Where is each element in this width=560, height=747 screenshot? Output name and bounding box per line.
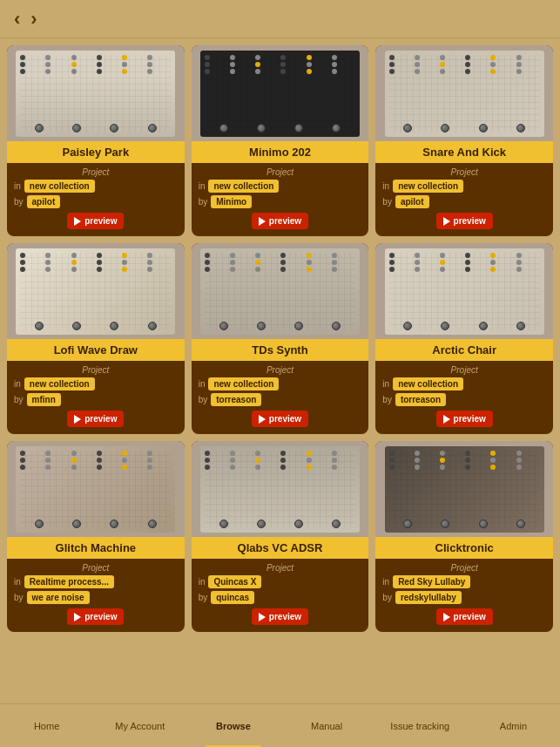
module-dot [122, 260, 127, 265]
play-icon-clicktronic [443, 613, 450, 621]
module-dot [255, 267, 260, 272]
collection-tag-glitch-machine[interactable]: Realtime process... [24, 575, 114, 588]
module-dot [45, 253, 51, 258]
module-dot [20, 260, 25, 265]
module-dot [20, 458, 25, 463]
module-dot [122, 253, 127, 258]
author-tag-qlabs-vc-adsr[interactable]: quincas [211, 591, 254, 604]
nav-item-admin[interactable]: Admin [467, 704, 560, 747]
preview-button-minimo-202[interactable]: preview [252, 213, 308, 229]
module-dot [516, 465, 522, 470]
card-body-arctic-chair: Project in new collection by torreason p… [375, 361, 553, 434]
nav-item-browse[interactable]: Browse [186, 704, 280, 747]
collection-tag-minimo-202[interactable]: new collection [208, 180, 279, 193]
card-type-clicktronic: Project [382, 563, 546, 573]
module-dot [465, 451, 470, 456]
module-dot [465, 260, 470, 265]
nav-buttons: ‹ › [14, 10, 37, 29]
collection-tag-tds-synth[interactable]: new collection [208, 377, 279, 390]
knob [110, 520, 118, 528]
author-tag-lofi-wave-draw[interactable]: mfinn [27, 393, 61, 406]
module-dot [389, 62, 395, 67]
preview-button-clicktronic[interactable]: preview [436, 608, 493, 625]
module-dot [71, 267, 77, 272]
module-dot [147, 69, 152, 74]
collection-tag-paisley-park[interactable]: new collection [24, 180, 95, 193]
module-dot [97, 260, 102, 265]
module-dot [71, 253, 77, 258]
module-dot [122, 465, 127, 470]
knob [441, 124, 449, 132]
module-dot [255, 69, 260, 74]
knob-row-minimo-202 [205, 124, 355, 132]
author-tag-glitch-machine[interactable]: we are noise [27, 591, 90, 604]
module-dot [490, 260, 496, 265]
nav-item-my-account[interactable]: My Account [93, 704, 186, 747]
author-tag-minimo-202[interactable]: Minimo [211, 195, 252, 208]
module-dot [71, 260, 77, 265]
module-dot [332, 458, 337, 463]
module-dot [71, 451, 77, 456]
preview-button-snare-and-kick[interactable]: preview [436, 213, 493, 229]
preview-button-tds-synth[interactable]: preview [252, 411, 308, 427]
module-dot [332, 69, 337, 74]
collection-tag-snare-and-kick[interactable]: new collection [393, 180, 463, 193]
module-dot [490, 451, 496, 456]
module-dot [147, 267, 152, 272]
module-dot [45, 55, 51, 60]
module-visual-snare-and-kick [385, 51, 544, 137]
module-dot [97, 465, 102, 470]
collection-tag-lofi-wave-draw[interactable]: new collection [24, 377, 95, 390]
card-title-paisley-park: Paisley Park [14, 146, 178, 159]
module-dot [415, 458, 420, 463]
author-tag-tds-synth[interactable]: torreason [211, 393, 261, 406]
card-image-qlabs-vc-adsr [192, 441, 369, 537]
module-dot [516, 62, 522, 67]
main-content: Paisley Park Project in new collection b… [0, 38, 560, 703]
author-tag-arctic-chair[interactable]: torreason [395, 393, 446, 406]
by-label-paisley-park: by [14, 197, 24, 207]
module-dot [332, 253, 337, 258]
back-button[interactable]: ‹ [14, 10, 20, 29]
module-dot [516, 69, 522, 74]
nav-item-home[interactable]: Home [0, 704, 93, 747]
nav-item-manual[interactable]: Manual [280, 704, 374, 747]
preview-button-lofi-wave-draw[interactable]: preview [67, 411, 124, 427]
module-dot [280, 267, 286, 272]
module-dot [97, 458, 102, 463]
in-label-clicktronic: in [382, 577, 389, 587]
module-visual-qlabs-vc-adsr [200, 446, 360, 533]
card-arctic-chair: Arctic Chair Project in new collection b… [375, 243, 553, 434]
collection-tag-arctic-chair[interactable]: new collection [393, 377, 463, 390]
module-dot [230, 465, 235, 470]
author-tag-paisley-park[interactable]: apilot [27, 195, 61, 208]
card-type-arctic-chair: Project [382, 365, 546, 375]
nav-item-issue-tracking[interactable]: Issue tracking [374, 704, 467, 747]
preview-button-qlabs-vc-adsr[interactable]: preview [252, 608, 308, 625]
collection-tag-qlabs-vc-adsr[interactable]: Quincas X [208, 575, 261, 588]
module-dot [230, 260, 235, 265]
card-title-bar-tds-synth: TDs Synth [192, 339, 369, 361]
preview-button-arctic-chair[interactable]: preview [436, 411, 493, 427]
card-image-arctic-chair [375, 243, 553, 339]
knob [219, 124, 228, 132]
preview-button-glitch-machine[interactable]: preview [67, 608, 124, 625]
author-tag-snare-and-kick[interactable]: apilot [395, 195, 429, 208]
card-type-glitch-machine: Project [14, 563, 178, 573]
card-qlabs-vc-adsr: Qlabs VC ADSR Project in Quincas X by qu… [192, 441, 369, 632]
module-dot [147, 458, 152, 463]
forward-button[interactable]: › [30, 10, 37, 29]
author-tag-clicktronic[interactable]: redskylullaby [395, 591, 462, 604]
module-dot [147, 451, 152, 456]
card-body-glitch-machine: Project in Realtime process... by we are… [7, 559, 185, 632]
play-icon-snare-and-kick [443, 217, 450, 226]
module-dot [516, 458, 522, 463]
module-dot [490, 267, 496, 272]
module-dot [230, 267, 235, 272]
module-visual-lofi-wave-draw [16, 248, 175, 335]
card-title-bar-clicktronic: Clicktronic [375, 537, 553, 559]
card-image-tds-synth [192, 243, 369, 339]
collection-tag-clicktronic[interactable]: Red Sky Lullaby [393, 575, 470, 588]
preview-button-paisley-park[interactable]: preview [67, 213, 124, 229]
card-author-row-paisley-park: by apilot [14, 195, 178, 208]
